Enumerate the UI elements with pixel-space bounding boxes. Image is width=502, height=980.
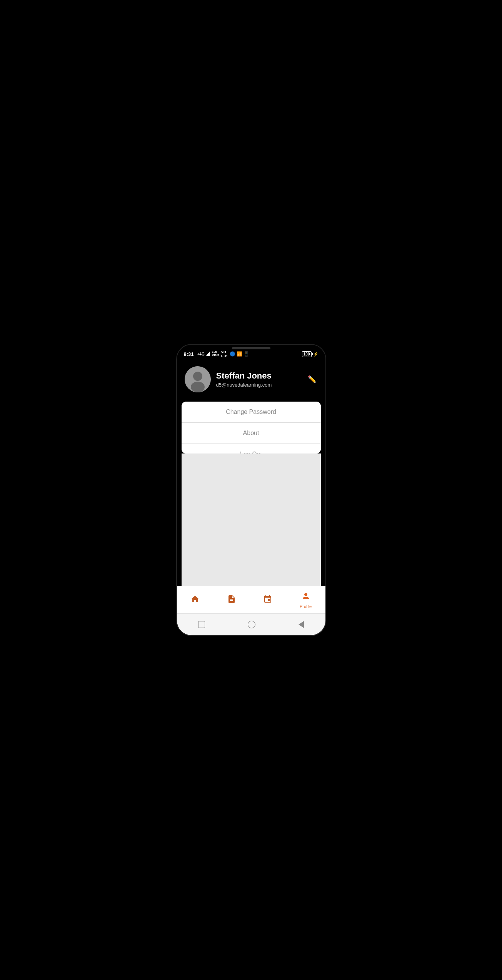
profile-name: Steffan Jones (216, 371, 301, 381)
profile-nav-label: Profile (300, 604, 312, 609)
status-time: 9:31 (184, 351, 194, 357)
battery-level: 100 (304, 352, 310, 356)
recent-apps-button[interactable] (190, 619, 213, 630)
home-button[interactable] (240, 618, 263, 631)
app-icon-1: 📶 (237, 351, 242, 357)
charging-icon: ⚡ (313, 352, 319, 357)
nav-profile[interactable]: Profile (294, 590, 318, 610)
calendar-icon (263, 595, 272, 606)
bottom-nav: Profile (177, 586, 325, 613)
signal-bar-1 (206, 355, 207, 356)
documents-icon (227, 595, 236, 606)
profile-email: d5@nuvedalearning.com (216, 382, 301, 388)
about-label: About (243, 430, 259, 437)
status-right: 100 ⚡ (302, 351, 319, 357)
profile-info: Steffan Jones d5@nuvedalearning.com (216, 371, 301, 388)
edit-profile-button[interactable]: ✏️ (306, 374, 318, 385)
change-password-button[interactable]: Change Password (182, 402, 321, 423)
recent-apps-icon (198, 621, 205, 628)
home-icon (190, 595, 200, 606)
network-speed: 168KB/S (212, 350, 219, 357)
home-nav-icon (248, 621, 255, 628)
bluetooth-icon: 🔵 (230, 351, 235, 357)
grey-content-area (182, 453, 321, 586)
nav-home[interactable] (184, 593, 206, 608)
signal-bars (206, 352, 210, 356)
profile-header: Steffan Jones d5@nuvedalearning.com ✏️ (177, 360, 325, 400)
battery-icon: 100 (302, 351, 312, 357)
svg-point-2 (191, 382, 205, 392)
phone-notch (232, 347, 270, 349)
profile-icon (301, 591, 310, 603)
svg-point-1 (193, 372, 202, 381)
network-type: VOLTE (221, 350, 227, 358)
avatar (185, 366, 211, 392)
menu-card: Change Password About Log Out (182, 402, 321, 453)
signal-indicator: +4G (197, 352, 205, 356)
nav-documents[interactable] (221, 593, 242, 608)
status-left: 9:31 +4G 168KB/S VOLTE 🔵 📶 � (184, 350, 250, 358)
back-icon (299, 621, 304, 628)
nav-calendar[interactable] (257, 593, 279, 608)
back-button[interactable] (291, 619, 312, 630)
logout-button[interactable]: Log Out (182, 444, 321, 453)
signal-bar-4 (209, 352, 210, 356)
app-icon-2: 📱 (243, 351, 249, 357)
avatar-svg (185, 366, 211, 392)
edit-icon: ✏️ (308, 375, 316, 383)
about-button[interactable]: About (182, 423, 321, 444)
android-nav-bar (177, 613, 325, 635)
signal-bar-3 (208, 353, 209, 356)
change-password-label: Change Password (226, 409, 276, 415)
signal-bar-2 (207, 354, 208, 356)
